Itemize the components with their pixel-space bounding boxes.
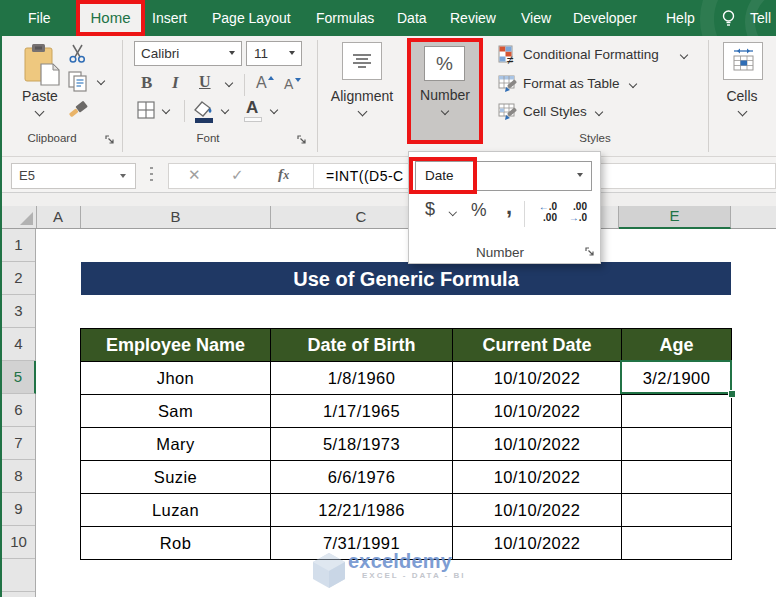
svg-text:≠: ≠ — [507, 53, 514, 65]
